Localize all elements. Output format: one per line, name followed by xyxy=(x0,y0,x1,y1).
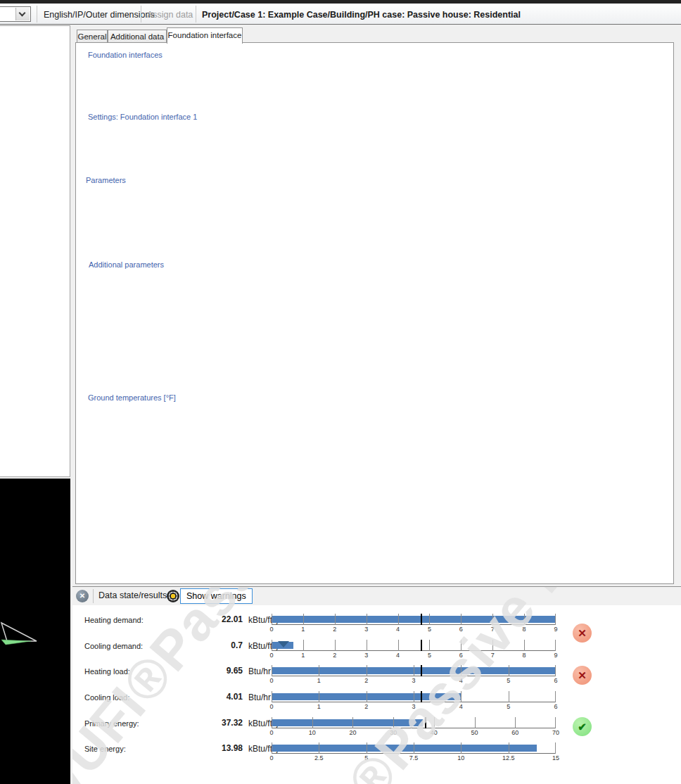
axis-tick-label: 6 xyxy=(554,703,557,710)
project-tree-panel xyxy=(0,25,70,477)
axis-tick xyxy=(515,717,516,728)
axis-tick-label: 6 xyxy=(459,652,463,659)
result-label: Site energy: xyxy=(84,745,126,753)
close-icon[interactable]: ✕ xyxy=(76,590,89,602)
axis-tick xyxy=(524,640,525,651)
axis-tick xyxy=(398,614,399,625)
axis-tick-label: 10 xyxy=(457,754,464,761)
value-bar xyxy=(272,616,556,623)
axis-tick-label: 9 xyxy=(554,652,557,659)
menu-assign-data[interactable]: Assign data xyxy=(147,10,193,20)
axis-tick xyxy=(398,640,399,651)
axis-tick-label: 40 xyxy=(431,729,438,736)
group-title: Additional parameters xyxy=(86,260,167,269)
axis-tick-label: 4 xyxy=(396,652,400,659)
axis-tick-label: 3 xyxy=(364,652,368,659)
results-state-icon xyxy=(167,590,179,602)
show-warnings-button[interactable]: Show warnings xyxy=(180,588,253,604)
axis-tick xyxy=(461,640,462,651)
axis-tick-label: 9 xyxy=(554,626,557,633)
axis-tick xyxy=(414,691,414,702)
result-label: Primary energy: xyxy=(84,719,139,728)
tab-general[interactable]: General xyxy=(77,30,108,43)
axis-tick-label: 5 xyxy=(507,703,510,710)
axis-tick-label: 4 xyxy=(459,677,463,684)
result-label: Heating demand: xyxy=(84,616,144,624)
result-bar-chart xyxy=(272,614,556,625)
group-title: Parameters xyxy=(83,176,129,184)
menu-language-mode[interactable]: English/IP/Outer dimensions xyxy=(44,10,155,20)
axis-tick xyxy=(555,614,556,625)
axis-tick-label: 6 xyxy=(554,677,557,684)
axis-tick xyxy=(272,640,272,651)
axis-tick xyxy=(555,691,556,702)
axis-tick-label: 2 xyxy=(364,703,368,710)
viewport-3d[interactable] xyxy=(0,479,70,784)
axis-tick-label: 1 xyxy=(301,626,305,633)
axis-tick-label: 4 xyxy=(396,626,400,633)
axis-tick-label: 50 xyxy=(471,729,478,736)
limit-marker xyxy=(421,691,422,702)
axis-tick xyxy=(352,717,353,728)
axis-tick xyxy=(393,717,394,728)
axis-tick-label: 0 xyxy=(269,729,273,736)
axis-tick xyxy=(272,717,272,728)
tab-additional-data[interactable]: Additional data xyxy=(108,30,167,43)
axis-tick xyxy=(272,665,272,676)
axis-tick xyxy=(555,717,556,728)
axis-tick xyxy=(475,717,476,728)
axis-tick xyxy=(312,717,313,728)
axis-tick-label: 2.5 xyxy=(314,754,324,761)
tab-foundation-interface[interactable]: Foundation interface xyxy=(167,27,243,44)
axis-tick-label: 60 xyxy=(511,729,518,736)
axis-tick-label: 5 xyxy=(428,626,431,633)
axis-tick xyxy=(335,640,336,651)
axis-tick-label: 0 xyxy=(269,754,273,761)
axis-tick xyxy=(524,614,525,625)
axis-labels: 0123456 xyxy=(272,703,560,711)
axis-tick-label: 0 xyxy=(269,677,273,684)
group-title: Ground temperatures [°F] xyxy=(85,393,179,402)
wufi-passive-window: English/IP/Outer dimensions Assign data … xyxy=(0,0,681,784)
axis-labels: 0123456789 xyxy=(272,652,560,659)
toolbar-separator xyxy=(141,6,141,23)
axis-tick xyxy=(492,614,493,625)
axis-tick xyxy=(555,742,556,754)
group-title: Settings: Foundation interface 1 xyxy=(85,113,200,121)
pass-status-icon: ✔ xyxy=(573,717,592,736)
axis-tick xyxy=(414,742,414,754)
axis-tick xyxy=(434,717,435,728)
axis-labels: 010203040506070 xyxy=(272,729,560,737)
axis-tick-label: 1 xyxy=(301,652,305,659)
axis-tick-label: 7 xyxy=(491,652,495,659)
axis-tick xyxy=(367,742,367,754)
fail-status-icon: ✕ xyxy=(573,666,592,685)
breadcrumb: Project/Case 1: Example Case/Building/PH… xyxy=(202,10,521,20)
axis-tick xyxy=(555,640,556,651)
axis-tick xyxy=(429,614,430,625)
axis-tick xyxy=(367,691,367,702)
chevron-down-icon[interactable] xyxy=(15,8,30,20)
axis-tick xyxy=(303,640,304,651)
result-bar-chart xyxy=(272,691,556,702)
axis-tick-label: 70 xyxy=(552,729,559,736)
pointer-marker-icon xyxy=(278,641,289,647)
axis-tick xyxy=(319,665,319,676)
axis-tick xyxy=(272,614,272,625)
limit-marker xyxy=(421,665,422,676)
limit-marker xyxy=(421,614,422,625)
axis-tick-label: 20 xyxy=(349,729,356,736)
axis-labels: 02.557.51012.515 xyxy=(272,754,560,762)
axis-tick xyxy=(509,742,509,754)
axis-tick-label: 0 xyxy=(269,626,273,633)
result-value: 13.98 xyxy=(184,743,243,753)
axis-tick xyxy=(319,691,319,702)
axis-tick-label: 0 xyxy=(269,652,273,659)
results-panel-title: Data state/results xyxy=(98,590,167,600)
result-label: Cooling load: xyxy=(84,693,129,702)
value-bar xyxy=(272,719,423,726)
axis-tick-label: 7 xyxy=(491,626,495,633)
separator xyxy=(93,589,94,603)
toolbar-combobox[interactable] xyxy=(0,6,31,22)
result-value: 37.32 xyxy=(184,718,243,728)
